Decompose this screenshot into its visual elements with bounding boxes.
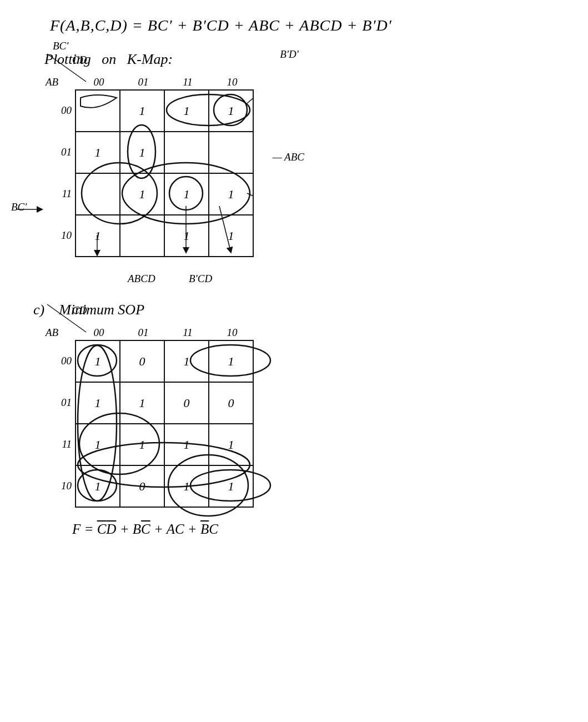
cell-3-3: 1	[209, 215, 253, 257]
k2-cell-3-1: 0	[120, 465, 164, 507]
k2-cell-3-0: 1	[76, 465, 120, 507]
formula-d-bar: D	[106, 522, 116, 537]
k2-cell-3-2: 1	[164, 465, 209, 507]
cell-2-0	[76, 173, 120, 215]
k2-cell-3-3: 1	[209, 465, 253, 507]
k2-cell-1-2: 0	[164, 382, 209, 424]
kmap2-row-0: 1 0 1 1	[76, 340, 253, 382]
page: F(A,B,C,D) = BC′ + B′CD + ABC + ABCD + B…	[0, 0, 588, 722]
k2-cell-0-3: 1	[209, 340, 253, 382]
kmap1-abcd-label: ABCD	[128, 273, 155, 285]
kmap1-corner-diagonal	[44, 51, 89, 84]
kmap1-container: CD AB 00 01 11 10 00 01 11 10	[44, 76, 566, 257]
cell-2-3: 1	[209, 173, 253, 215]
kmap2-corner-diagonal	[44, 302, 89, 335]
svg-line-0	[47, 54, 86, 82]
col-header-10: 10	[210, 76, 254, 88]
cell-1-3	[209, 132, 253, 173]
kmap1-col-headers: 00 01 11 10	[77, 76, 254, 88]
kmap2-container: CD AB 00 01 11 10 00 01 11 10	[44, 327, 566, 537]
row-header-01: 01	[44, 131, 75, 173]
k2-cell-1-1: 1	[120, 382, 164, 424]
k2-cell-0-1: 0	[120, 340, 164, 382]
cell-3-0: 1	[76, 215, 120, 257]
kmap2-row-3: 1 0 1 1	[76, 465, 253, 507]
kmap2-row-00: 00	[44, 340, 75, 382]
kmap1-row-3: 1 1 1	[76, 215, 253, 257]
kmap2-row-headers: 00 01 11 10	[44, 340, 75, 508]
cell-0-0	[76, 90, 120, 132]
kmap2-row-01: 01	[44, 382, 75, 423]
k2-cell-1-3: 0	[209, 382, 253, 424]
kmap2-grid: 1 0 1 1 1 1 0 0 1 1	[75, 340, 254, 508]
k2-cell-1-0: 1	[76, 382, 120, 424]
section-c-area: c) Minimum SOP	[33, 302, 566, 318]
formula-cd-bar: C	[97, 522, 107, 537]
cell-0-1: 1	[120, 90, 164, 132]
kmap2-row-2: 1 1 1 1	[76, 424, 253, 465]
kmap1-bprime-cd-label: B′CD	[189, 273, 212, 285]
cell-1-1: 1	[120, 132, 164, 173]
cell-3-2: 1	[164, 215, 209, 257]
kmap1-bprime-dprime-label: B′D′	[280, 48, 299, 61]
kmap1-bc-label: BC′	[53, 40, 68, 52]
cell-0-3: 1	[209, 90, 253, 132]
main-formula: F(A,B,C,D) = BC′ + B′CD + ABC + ABCD + B…	[50, 17, 566, 34]
plotting-heading: Plotting on K-Map:	[44, 51, 566, 68]
row-header-11: 11	[44, 173, 75, 214]
kmap2-row-11: 11	[44, 423, 75, 465]
cell-2-2: 1	[164, 173, 209, 215]
kmap2-table-area: 00 01 11 10 1 0 1 1 1	[44, 340, 254, 508]
formula-text: F(A,B,C,D) = BC′ + B′CD + ABC + ABCD + B…	[50, 17, 392, 34]
cell-1-2	[164, 132, 209, 173]
k2-cell-2-2: 1	[164, 424, 209, 465]
k2-cell-0-2: 1	[164, 340, 209, 382]
kmap2-row-1: 1 1 0 0	[76, 382, 253, 424]
k2-cell-2-1: 1	[120, 424, 164, 465]
kmap2-col-01: 01	[121, 327, 165, 339]
kmap1-row-headers: 00 01 11 10	[44, 89, 75, 257]
kmap1-table: 1 1 1 1 1 1 1	[75, 89, 254, 257]
kmap2-result-formula: F = CD + BC + AC + BC	[72, 522, 254, 537]
kmap1-abc-label: — ABC	[273, 151, 304, 163]
kmap2-col-11: 11	[165, 327, 210, 339]
kmap2-row-10: 10	[44, 465, 75, 507]
kmap2-col-10: 10	[210, 327, 254, 339]
formula-b-bar: B	[200, 522, 209, 537]
kmap1-bc-arrow	[14, 201, 47, 218]
kmap2-table: 1 0 1 1 1 1 0 0 1 1	[75, 340, 254, 508]
row-header-10: 10	[44, 214, 75, 256]
row-header-00: 00	[44, 89, 75, 131]
kmap1-grid: 1 1 1 1 1 1 1	[75, 89, 254, 257]
col-header-11: 11	[165, 76, 210, 88]
cell-3-1	[120, 215, 164, 257]
cell-2-1: 1	[120, 173, 164, 215]
svg-line-13	[47, 304, 86, 332]
kmap1-table-area: 00 01 11 10 1 1 1 1	[44, 89, 254, 257]
k2-cell-2-0: 1	[76, 424, 120, 465]
kmap2-col-headers: 00 01 11 10	[77, 327, 254, 339]
k2-cell-0-0: 1	[76, 340, 120, 382]
cell-0-2: 1	[164, 90, 209, 132]
col-header-01: 01	[121, 76, 165, 88]
kmap1-row-2: 1 1 1	[76, 173, 253, 215]
k2-cell-2-3: 1	[209, 424, 253, 465]
formula-c-bar: C	[141, 522, 150, 537]
kmap1-row-0: 1 1 1	[76, 90, 253, 132]
cell-1-0: 1	[76, 132, 120, 173]
kmap1-row-1: 1 1	[76, 132, 253, 173]
